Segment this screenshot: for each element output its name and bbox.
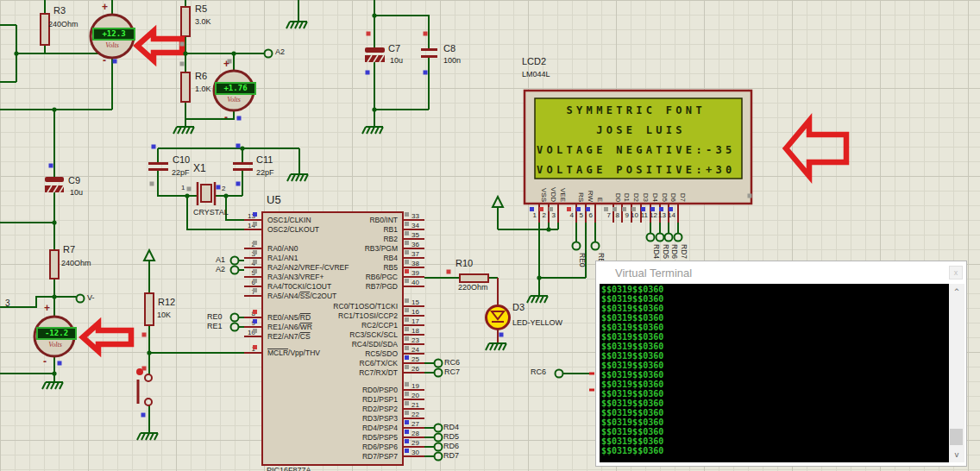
handle[interactable] <box>424 71 428 75</box>
handle[interactable] <box>253 260 257 264</box>
terminal-icon[interactable] <box>435 434 443 442</box>
handle[interactable] <box>604 207 608 211</box>
handle[interactable] <box>150 182 154 186</box>
scrollbar[interactable]: ^ v <box>949 284 964 462</box>
handle[interactable] <box>253 310 257 314</box>
handle[interactable] <box>405 269 409 273</box>
handle[interactable] <box>405 222 409 226</box>
terminal-icon[interactable] <box>656 234 664 242</box>
handle[interactable] <box>586 207 590 211</box>
handle[interactable] <box>612 207 617 211</box>
handle[interactable] <box>424 32 428 36</box>
handle[interactable] <box>576 207 581 211</box>
handle[interactable] <box>253 329 257 333</box>
handle[interactable] <box>447 270 451 274</box>
terminal-icon[interactable] <box>435 443 443 451</box>
terminal-icon[interactable] <box>435 453 443 461</box>
handle[interactable] <box>367 32 371 36</box>
handle[interactable] <box>180 42 185 47</box>
terminal-icon[interactable] <box>675 234 682 242</box>
handle[interactable] <box>253 345 257 349</box>
handle[interactable] <box>405 392 409 396</box>
handle[interactable] <box>236 144 241 148</box>
handle[interactable] <box>405 420 409 424</box>
handle[interactable] <box>405 298 409 303</box>
handle[interactable] <box>659 207 663 211</box>
terminal-icon[interactable] <box>435 360 443 367</box>
handle[interactable] <box>641 207 645 211</box>
terminal-icon[interactable] <box>231 267 239 274</box>
handle[interactable] <box>187 187 192 192</box>
handle[interactable] <box>405 411 409 415</box>
virtual-terminal-titlebar[interactable]: Virtual Terminal x <box>596 261 966 284</box>
handle[interactable] <box>405 260 409 264</box>
terminal-icon[interactable] <box>231 314 239 322</box>
terminal-icon[interactable] <box>77 295 85 303</box>
handle[interactable] <box>141 413 146 418</box>
scroll-up-icon[interactable]: ^ <box>949 286 964 298</box>
handle[interactable] <box>405 346 409 350</box>
handle[interactable] <box>631 207 636 211</box>
handle[interactable] <box>253 241 257 245</box>
terminal-icon[interactable] <box>647 234 655 242</box>
terminal-icon[interactable] <box>592 242 600 250</box>
handle[interactable] <box>217 185 221 190</box>
handle[interactable] <box>152 145 156 149</box>
handle[interactable] <box>405 382 409 386</box>
terminal-icon[interactable] <box>556 370 563 378</box>
handle[interactable] <box>253 250 257 254</box>
handle[interactable] <box>253 269 257 273</box>
proteus-schematic-canvas[interactable]: OSC1/CLKIN13OSC2/CLKOUT14RA0/AN02RA1/AN1… <box>0 0 980 471</box>
handle[interactable] <box>405 449 409 453</box>
handle[interactable] <box>58 361 62 366</box>
handle[interactable] <box>253 288 257 292</box>
handle[interactable] <box>237 116 242 121</box>
handle[interactable] <box>405 250 409 254</box>
terminal-icon[interactable] <box>265 50 273 58</box>
terminal-icon[interactable] <box>231 257 239 265</box>
terminal-icon[interactable] <box>231 323 239 331</box>
led-d3[interactable] <box>487 306 510 330</box>
handle[interactable] <box>366 71 370 75</box>
handle[interactable] <box>405 317 409 322</box>
handle[interactable] <box>405 365 409 369</box>
handle[interactable] <box>650 207 655 211</box>
handle[interactable] <box>253 222 257 226</box>
virtual-terminal-window[interactable]: Virtual Terminal x $$0319$$0360$$0319$$0… <box>595 261 967 467</box>
handle[interactable] <box>49 164 53 168</box>
push-button[interactable] <box>136 368 152 405</box>
handle[interactable] <box>499 333 504 337</box>
handle[interactable] <box>567 207 571 211</box>
handle[interactable] <box>405 430 409 434</box>
terminal-icon[interactable] <box>573 242 581 250</box>
handle[interactable] <box>253 212 257 217</box>
handle[interactable] <box>180 62 185 66</box>
scroll-thumb[interactable] <box>950 429 963 445</box>
handle[interactable] <box>405 439 409 443</box>
handle[interactable] <box>530 207 534 211</box>
handle[interactable] <box>748 194 752 198</box>
close-icon[interactable]: x <box>949 266 963 279</box>
handle[interactable] <box>142 333 147 337</box>
terminal-icon[interactable] <box>435 369 443 377</box>
handle[interactable] <box>253 319 257 323</box>
handle[interactable] <box>405 327 409 331</box>
terminal-icon[interactable] <box>435 424 443 432</box>
handle[interactable] <box>405 401 409 405</box>
handle[interactable] <box>669 207 673 211</box>
handle[interactable] <box>405 336 409 341</box>
handle[interactable] <box>622 207 626 211</box>
handle[interactable] <box>405 308 409 312</box>
handle[interactable] <box>405 212 409 217</box>
handle[interactable] <box>236 182 241 186</box>
handle[interactable] <box>405 279 409 283</box>
scroll-down-icon[interactable]: v <box>949 449 964 461</box>
handle[interactable] <box>405 355 409 360</box>
crystal-x1[interactable] <box>198 182 215 205</box>
handle[interactable] <box>549 207 553 211</box>
handle[interactable] <box>405 231 409 236</box>
handle[interactable] <box>405 241 409 245</box>
terminal-icon[interactable] <box>665 234 673 242</box>
handle[interactable] <box>113 60 117 64</box>
handle[interactable] <box>539 207 543 211</box>
